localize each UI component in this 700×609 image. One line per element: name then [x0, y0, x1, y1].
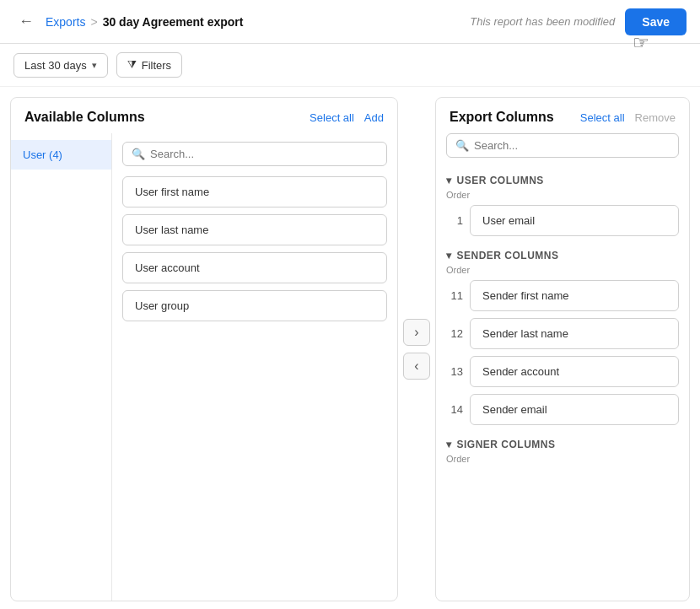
order-number: 13	[446, 365, 463, 378]
save-button[interactable]: Save	[625, 8, 687, 35]
transfer-forward-button[interactable]: ›	[403, 319, 430, 346]
order-number: 1	[446, 214, 463, 227]
user-columns-label: USER COLUMNS	[457, 175, 544, 186]
transfer-backward-button[interactable]: ‹	[403, 353, 430, 380]
list-item: User account	[122, 252, 387, 283]
sender-columns-label: SENDER COLUMNS	[457, 250, 559, 261]
category-sidebar: User (4)	[11, 133, 112, 601]
export-columns-panel: Export Columns Select all Remove 🔍 ▾ USE…	[435, 97, 690, 601]
back-button[interactable]: ←	[13, 11, 39, 32]
breadcrumb: Exports > 30 day Agreement export	[46, 15, 243, 29]
available-panel-body: User (4) 🔍 User first name User last nam…	[11, 133, 397, 601]
user-columns-order-label: Order	[446, 190, 679, 200]
toolbar: Last 30 days ▾ ⧩ Filters	[0, 44, 700, 87]
header-right: This report has been modified Save	[470, 8, 687, 35]
export-search-input[interactable]	[474, 139, 670, 152]
available-columns-panel: Available Columns Select all Add User (4…	[10, 97, 398, 601]
signer-columns-section-header: ▾ SIGNER COLUMNS	[446, 439, 679, 450]
export-remove-button[interactable]: Remove	[635, 111, 676, 124]
table-row: 14 Sender email	[446, 394, 679, 425]
search-icon: 🔍	[455, 139, 469, 152]
order-number: 11	[446, 289, 463, 302]
available-panel-actions: Select all Add	[310, 111, 384, 124]
available-panel-title: Available Columns	[24, 110, 145, 125]
available-search-input[interactable]	[150, 148, 378, 160]
table-row: 11 Sender first name	[446, 280, 679, 311]
date-range-dropdown[interactable]: Last 30 days ▾	[13, 53, 108, 78]
chevron-down-icon[interactable]: ▾	[446, 175, 452, 186]
search-icon: 🔍	[132, 148, 145, 160]
available-select-all-button[interactable]: Select all	[310, 111, 354, 124]
filter-icon: ⧩	[127, 58, 137, 72]
table-row: 12 Sender last name	[446, 318, 679, 349]
signer-columns-label: SIGNER COLUMNS	[457, 439, 556, 450]
chevron-down-icon[interactable]: ▾	[446, 439, 452, 450]
export-panel-header: Export Columns Select all Remove	[436, 98, 689, 133]
export-column-item: Sender first name	[470, 280, 679, 311]
export-column-item: Sender last name	[470, 318, 679, 349]
date-range-label: Last 30 days	[24, 59, 87, 72]
chevron-right-icon: ›	[414, 325, 418, 340]
chevron-left-icon: ‹	[414, 358, 418, 374]
filters-label: Filters	[142, 59, 171, 72]
sender-columns-order-label: Order	[446, 265, 679, 275]
header-left: ← Exports > 30 day Agreement export	[13, 11, 243, 32]
table-row: 1 User email	[446, 205, 679, 236]
available-add-button[interactable]: Add	[364, 111, 384, 124]
list-item: User first name	[122, 176, 387, 207]
category-item-user[interactable]: User (4)	[11, 140, 111, 170]
table-row: 13 Sender account	[446, 356, 679, 387]
filters-button[interactable]: ⧩ Filters	[116, 52, 182, 78]
export-panel-body: 🔍 ▾ USER COLUMNS Order 1 User email ▾ SE…	[436, 133, 689, 601]
available-panel-header: Available Columns Select all Add	[11, 98, 397, 133]
breadcrumb-separator: >	[90, 15, 97, 29]
list-item: User group	[122, 290, 387, 321]
breadcrumb-parent[interactable]: Exports	[46, 15, 85, 29]
list-item: User last name	[122, 214, 387, 245]
signer-columns-order-label: Order	[446, 454, 679, 464]
transfer-buttons: › ‹	[398, 87, 435, 609]
export-panel-title: Export Columns	[450, 110, 554, 125]
order-number: 14	[446, 403, 463, 416]
export-select-all-button[interactable]: Select all	[580, 111, 625, 124]
sender-columns-section-header: ▾ SENDER COLUMNS	[446, 250, 679, 261]
breadcrumb-current: 30 day Agreement export	[103, 15, 244, 29]
header: ← Exports > 30 day Agreement export This…	[0, 0, 700, 44]
export-search-box[interactable]: 🔍	[446, 133, 679, 158]
export-column-item: Sender account	[470, 356, 679, 387]
available-search-box[interactable]: 🔍	[122, 142, 387, 166]
export-column-item: Sender email	[470, 394, 679, 425]
export-column-item: User email	[470, 205, 679, 236]
main-layout: Available Columns Select all Add User (4…	[0, 87, 700, 609]
order-number: 12	[446, 327, 463, 340]
user-columns-section-header: ▾ USER COLUMNS	[446, 175, 679, 186]
chevron-down-icon[interactable]: ▾	[446, 250, 452, 261]
export-panel-actions: Select all Remove	[580, 111, 676, 124]
modified-notice: This report has been modified	[470, 15, 615, 28]
column-list-area: 🔍 User first name User last name User ac…	[112, 133, 397, 601]
chevron-down-icon: ▾	[92, 60, 97, 71]
